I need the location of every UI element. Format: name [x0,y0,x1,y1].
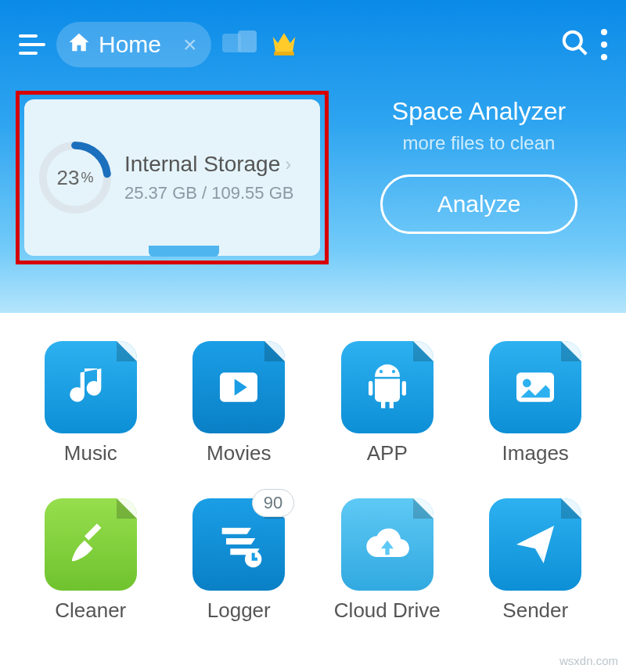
analyzer-subtitle: more files to clean [347,132,610,154]
close-icon[interactable]: × [183,31,197,58]
cleaner-icon [45,498,137,591]
chevron-right-icon: › [285,153,291,175]
tile-images[interactable]: Images [477,341,595,465]
storage-percent: 23 [57,166,80,190]
sender-icon [489,498,581,591]
analyze-button[interactable]: Analyze [380,174,578,234]
svg-point-11 [523,379,531,387]
tab-home[interactable]: Home × [56,22,211,67]
category-grid: Music Movies APP Images Cleaner 90 [0,313,626,651]
tile-label: Movies [180,441,299,465]
crown-icon[interactable] [269,28,299,61]
svg-point-8 [380,370,383,373]
tile-label: Images [477,441,595,465]
hero-panel: Home × 23% [0,0,626,313]
tile-music[interactable]: Music [31,341,150,465]
storage-details: 25.37 GB / 109.55 GB [124,183,293,203]
menu-icon[interactable] [19,34,45,55]
tile-label: APP [328,441,447,465]
search-icon[interactable] [560,28,590,61]
svg-point-9 [392,370,395,373]
images-icon [489,341,581,433]
percent-sign: % [81,170,93,186]
svg-line-4 [579,47,587,55]
tile-movies[interactable]: Movies [180,341,299,465]
android-icon [341,341,434,433]
movies-icon [192,341,285,433]
tile-label: Cloud Drive [328,598,447,623]
storage-usage-donut: 23% [37,139,113,216]
overflow-menu-icon[interactable] [601,29,607,60]
svg-rect-1 [238,31,257,52]
tile-label: Sender [477,598,595,623]
tile-label: Logger [180,598,299,623]
watermark: wsxdn.com [559,654,618,667]
logger-icon: 90 [192,498,285,591]
svg-point-3 [564,32,581,49]
storage-card-highlight: 23% Internal Storage › 25.37 GB / 109.55… [16,91,329,264]
music-icon [45,341,137,433]
tile-cleaner[interactable]: Cleaner [31,498,150,623]
tile-label: Cleaner [31,598,150,623]
tile-app[interactable]: APP [328,341,447,465]
storage-title: Internal Storage [124,152,280,177]
space-analyzer-panel: Space Analyzer more files to clean Analy… [347,91,610,264]
svg-rect-2 [274,52,293,56]
cloud-icon [341,498,434,591]
tile-logger[interactable]: 90 Logger [180,498,299,623]
logger-badge: 90 [252,489,294,517]
tile-label: Music [31,441,150,465]
tile-cloud-drive[interactable]: Cloud Drive [328,498,447,623]
home-icon [67,31,91,59]
analyzer-title: Space Analyzer [347,97,610,126]
top-bar: Home × [0,0,626,75]
tab-label: Home [99,31,161,58]
tile-sender[interactable]: Sender [477,498,595,623]
sd-card-icon[interactable] [222,29,258,60]
storage-card[interactable]: 23% Internal Storage › 25.37 GB / 109.55… [24,99,320,256]
